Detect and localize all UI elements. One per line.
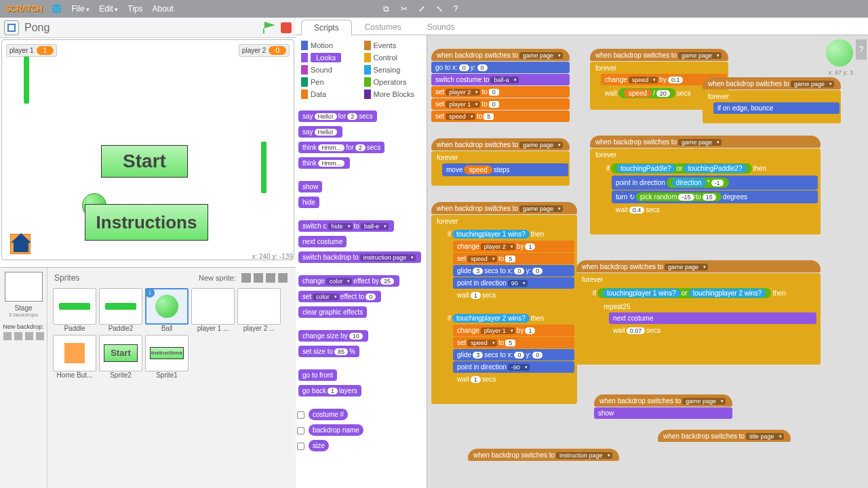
stage-home-button[interactable] xyxy=(10,234,31,254)
blk-switch-costume: switch costume toball-a xyxy=(431,74,570,85)
palette-blocks[interactable]: sayHello!for2secs sayHello! thinkHmm...f… xyxy=(296,106,427,460)
shrink-icon[interactable]: ⤡ xyxy=(436,4,446,14)
blk-set-size[interactable]: set size to85% xyxy=(298,346,359,357)
stage-start-button[interactable]: Start xyxy=(101,145,188,178)
blk-switch-backdrop[interactable]: switch backdrop toinstruction page xyxy=(298,251,421,263)
blk-set-var: setspeedto5 xyxy=(431,110,570,122)
script-stack[interactable]: when backdrop switches togame page forev… xyxy=(576,260,821,365)
block-palette: Motion Events Looks Control Sound Sensin… xyxy=(296,35,427,488)
sprite-paddle2[interactable]: Paddle2 xyxy=(99,288,142,332)
script-stack[interactable]: when backdrop switches togame page forev… xyxy=(431,202,577,404)
blk-change-size[interactable]: change size by10 xyxy=(298,330,368,342)
stop-icon[interactable] xyxy=(281,22,292,33)
mouse-xy: x: 240 y: -139 xyxy=(252,253,293,260)
script-stack[interactable]: when backdrop switches totitle page xyxy=(658,430,791,442)
blk-go-front[interactable]: go to front xyxy=(298,369,337,381)
variable-player1[interactable]: player 1 1 xyxy=(6,44,57,57)
help-toggle-icon[interactable]: ? xyxy=(856,39,867,60)
cat-control[interactable]: Control xyxy=(361,52,425,64)
blk-clear-effects[interactable]: clear graphic effects xyxy=(298,306,367,318)
choose-sprite-icon[interactable] xyxy=(241,273,251,283)
hat-backdrop: when backdrop switches togame page xyxy=(431,49,570,61)
sprite-sprite1[interactable]: InstructionsSprite1 xyxy=(145,335,189,379)
stage-instructions-button[interactable]: Instructions xyxy=(85,204,208,241)
paint-backdrop-icon[interactable] xyxy=(14,332,22,340)
blk-think[interactable]: thinkHmm... xyxy=(298,157,350,169)
sprite-homebutton[interactable]: Home But... xyxy=(53,335,96,379)
choose-backdrop-icon[interactable] xyxy=(3,332,12,340)
sprites-label: Sprites xyxy=(54,273,79,283)
paddle-right xyxy=(261,142,267,193)
sprite-player2wins[interactable]: player 2 ... xyxy=(237,288,281,332)
camera-backdrop-icon[interactable] xyxy=(36,332,44,340)
tab-scripts[interactable]: Scripts xyxy=(301,20,352,35)
variable-player2[interactable]: player 2 0 xyxy=(239,44,290,57)
cat-data[interactable]: Data xyxy=(298,88,361,100)
grow-icon[interactable]: ⤢ xyxy=(418,4,428,14)
fullscreen-icon[interactable] xyxy=(4,20,19,35)
scripts-canvas[interactable]: ? x: 97 y: 3 when backdrop switches toga… xyxy=(427,35,868,488)
upload-sprite-icon[interactable] xyxy=(266,273,275,283)
script-stack[interactable]: when backdrop switches togame page show xyxy=(594,394,732,419)
blk-change-effect[interactable]: changecoloreffect by25 xyxy=(298,275,399,287)
globe-icon[interactable]: 🌐 xyxy=(52,4,62,14)
script-stack[interactable]: when backdrop switches togame page forev… xyxy=(703,77,841,123)
blk-size[interactable]: size xyxy=(309,440,329,451)
sprite-sprite2[interactable]: StartSprite2 xyxy=(99,335,142,379)
blk-hide[interactable]: hide xyxy=(298,197,319,208)
project-title[interactable]: Pong xyxy=(24,22,263,34)
script-stack[interactable]: when backdrop switches togame page go to… xyxy=(431,49,570,122)
script-stack[interactable]: when backdrop switches togame page forev… xyxy=(431,138,570,186)
sprite-panel: Stage 3 backdrops New backdrop: Sprites … xyxy=(0,267,296,488)
menu-about[interactable]: About xyxy=(153,4,174,14)
cat-more[interactable]: More Blocks xyxy=(361,88,425,100)
chk-backdrop-name[interactable] xyxy=(297,427,304,434)
stage-panel: Pong v456.0.4 player 1 1 player 2 0 Star… xyxy=(0,18,296,262)
blk-goto: go to x:0y:0 xyxy=(431,62,570,73)
chk-costume-num[interactable] xyxy=(297,411,304,419)
menu-edit[interactable]: Edit xyxy=(99,4,118,14)
cat-operators[interactable]: Operators xyxy=(361,76,425,88)
tab-bar: Scripts Costumes Sounds xyxy=(296,18,868,35)
green-flag-icon[interactable] xyxy=(263,22,275,34)
blk-say-for[interactable]: sayHello!for2secs xyxy=(298,110,377,122)
cat-sound[interactable]: Sound xyxy=(298,64,361,76)
blk-costume-num[interactable]: costume # xyxy=(309,409,348,420)
blk-show[interactable]: show xyxy=(298,181,322,192)
stage[interactable]: player 1 1 player 2 0 Start Instructions xyxy=(1,39,294,260)
cat-sensing[interactable]: Sensing xyxy=(361,64,425,76)
cat-events[interactable]: Events xyxy=(361,39,425,52)
blk-set-effect[interactable]: setcoloreffect to0 xyxy=(298,291,381,302)
blk-say[interactable]: sayHello! xyxy=(298,126,342,138)
blk-next-costume[interactable]: next costume xyxy=(298,236,347,247)
blk-go-back[interactable]: go back1layers xyxy=(298,385,361,396)
camera-sprite-icon[interactable] xyxy=(278,273,288,283)
chk-size[interactable] xyxy=(297,443,304,450)
cat-looks[interactable]: Looks xyxy=(298,52,361,64)
cat-motion[interactable]: Motion xyxy=(298,39,361,52)
help-icon[interactable]: ? xyxy=(454,4,463,14)
script-stack[interactable]: when backdrop switches togame page forev… xyxy=(590,136,821,235)
upload-backdrop-icon[interactable] xyxy=(25,332,33,340)
scratch-logo[interactable]: SCRATCH xyxy=(5,4,42,14)
script-stack[interactable]: when backdrop switches toinstruction pag… xyxy=(468,449,619,461)
tab-sounds[interactable]: Sounds xyxy=(414,19,468,35)
scissors-icon[interactable]: ✂ xyxy=(401,4,410,14)
sprite-xy: x: 97 y: 3 xyxy=(828,69,853,76)
stage-thumbnail[interactable] xyxy=(5,272,43,302)
menu-tips[interactable]: Tips xyxy=(127,4,142,14)
paddle-left xyxy=(24,56,29,104)
stage-column[interactable]: Stage 3 backdrops New backdrop: xyxy=(0,268,47,488)
stamp-icon[interactable]: ⧉ xyxy=(383,4,393,14)
tab-costumes[interactable]: Costumes xyxy=(352,19,414,35)
sprite-paddle[interactable]: Paddle xyxy=(53,288,96,332)
current-sprite-thumb xyxy=(826,39,853,66)
blk-backdrop-name[interactable]: backdrop name xyxy=(309,424,363,436)
blk-think-for[interactable]: thinkHmm...for2secs xyxy=(298,142,384,153)
sprite-ball[interactable]: iBall xyxy=(145,288,189,332)
paint-sprite-icon[interactable] xyxy=(254,273,263,283)
blk-switch-costume[interactable]: switch chidetoball-e xyxy=(298,220,394,232)
cat-pen[interactable]: Pen xyxy=(298,76,361,88)
sprite-player1wins[interactable]: player 1 ... xyxy=(191,288,235,332)
menu-file[interactable]: File xyxy=(71,4,90,14)
